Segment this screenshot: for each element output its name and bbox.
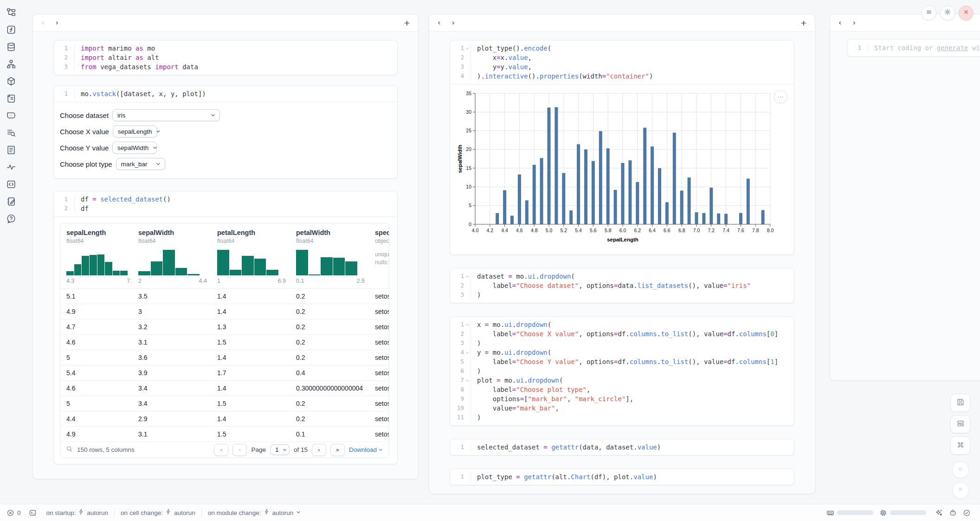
last-page-button[interactable]: » <box>330 444 345 456</box>
table-row[interactable]: 4.93.11.50.1setosa <box>60 426 389 442</box>
next-page-button[interactable]: › <box>312 444 326 456</box>
connection-status-icon[interactable] <box>963 509 971 517</box>
chat-bot-icon <box>6 111 16 123</box>
settings-button[interactable] <box>940 6 955 20</box>
rail-button-function[interactable] <box>6 26 16 36</box>
save-button[interactable] <box>950 394 970 412</box>
dropdown-select-choose-y-value[interactable]: sepalWidth <box>112 142 157 154</box>
column-next-button[interactable]: › <box>852 19 855 26</box>
code-editor-placeholder[interactable]: Start coding or generate with <box>868 43 980 53</box>
runtime-config-1[interactable]: on cell change:autorun <box>121 508 195 517</box>
code-editor[interactable]: 1df = selected_dataset()2df <box>54 191 397 216</box>
column-header-petalLength[interactable]: petalLengthfloat6416.9 <box>211 229 290 288</box>
code-line: 3) <box>450 339 794 348</box>
add-cell-button[interactable]: + <box>801 18 806 28</box>
rail-button-database[interactable] <box>6 43 16 53</box>
chevron-down-icon <box>378 447 383 452</box>
column-header-species[interactable]: speciesobjectuniquenulls: <box>369 229 389 288</box>
column-next-button[interactable]: › <box>55 19 58 26</box>
code-cell-imports[interactable]: 1import marimo as mo2import altair as al… <box>53 40 398 75</box>
table-row[interactable]: 4.63.11.50.2setosa <box>60 334 389 350</box>
runtime-config-2[interactable]: on module change:autorun <box>208 508 302 517</box>
table-cell: setosa <box>369 430 389 438</box>
terminal-icon[interactable] <box>29 509 37 517</box>
fold-gutter <box>464 283 471 288</box>
rail-button-help[interactable] <box>6 215 16 225</box>
table-row[interactable]: 4.931.40.2setosa <box>60 304 389 319</box>
generate-with-ai-link[interactable]: generate <box>937 44 968 52</box>
code-cell-dataframe[interactable]: 1df = selected_dataset()2dfsepalLengthfl… <box>53 191 398 464</box>
svg-text:5.8: 5.8 <box>605 228 612 233</box>
table-row[interactable]: 4.42.91.40.2setosa <box>60 411 389 426</box>
chart-actions-button[interactable]: ⋯ <box>774 90 787 104</box>
page-select[interactable]: 1 <box>270 444 290 455</box>
rail-button-dependency-graph[interactable] <box>6 60 16 70</box>
code-cell-plot[interactable]: 1plot_type().encode(2 x=x.value,3 y=y.va… <box>450 40 794 255</box>
column-header-petalWidth[interactable]: petalWidthfloat640.12.5 <box>290 229 369 288</box>
code-editor[interactable]: 1dataset = mo.ui.dropdown(2 label="Choos… <box>450 268 794 303</box>
fold-chevron-icon[interactable] <box>464 274 471 279</box>
fold-chevron-icon[interactable] <box>464 378 471 383</box>
prev-page-button[interactable]: ‹ <box>232 444 247 456</box>
fold-chevron-icon[interactable] <box>464 46 471 51</box>
download-button[interactable]: Download <box>349 446 383 453</box>
table-row[interactable]: 53.61.40.2setosa <box>60 350 389 365</box>
code-cell-xyplot-dropdowns[interactable]: 1x = mo.ui.dropdown(2 label="Choose X va… <box>450 316 794 426</box>
table-row[interactable]: 4.63.41.40.30000000000000004setosa <box>60 380 389 396</box>
code-editor[interactable]: 1selected_dataset = getattr(data, datase… <box>450 439 794 455</box>
rail-button-file-tree[interactable] <box>6 8 16 19</box>
play-button[interactable] <box>952 482 969 499</box>
layout-button[interactable] <box>950 415 970 433</box>
ai-sparkles-icon[interactable] <box>935 509 943 517</box>
code-cell-selected-dataset[interactable]: 1selected_dataset = getattr(data, datase… <box>450 439 794 456</box>
page-label: Page <box>251 446 266 453</box>
column-header-sepalLength[interactable]: sepalLengthfloat644.37.9 <box>60 229 132 288</box>
rail-button-code-snippet[interactable] <box>6 180 16 190</box>
dropdown-select-choose-plot-type[interactable]: mark_bar <box>116 158 165 170</box>
menu-button[interactable] <box>922 6 936 20</box>
code-cell-vstack[interactable]: 1mo.vstack([dataset, x, y, plot])Choose … <box>53 85 398 179</box>
command-button[interactable] <box>950 436 970 455</box>
code-cell-dataset-dropdown[interactable]: 1dataset = mo.ui.dropdown(2 label="Choos… <box>450 268 794 303</box>
row-count-summary: 150 rows, 5 columns <box>77 446 135 453</box>
fold-chevron-icon[interactable] <box>464 350 471 355</box>
ai-assistant-icon[interactable] <box>949 509 957 517</box>
rail-button-document[interactable] <box>6 146 16 156</box>
histogram-range: 0.12.5 <box>296 278 365 284</box>
column-prev-button[interactable]: ‹ <box>41 19 44 26</box>
code-editor[interactable]: 1mo.vstack([dataset, x, y, plot]) <box>54 86 397 102</box>
close-button[interactable] <box>959 6 974 20</box>
column-header-sepalWidth[interactable]: sepalWidthfloat6424.4 <box>132 229 211 288</box>
rail-button-chat-bot[interactable] <box>6 111 16 122</box>
runtime-config-0[interactable]: on startup:autorun <box>46 508 109 517</box>
bar-chart[interactable]: 4.04.24.44.64.85.05.25.45.65.86.06.26.46… <box>457 90 781 247</box>
dropdown-select-choose-dataset[interactable]: iris <box>112 109 220 121</box>
code-editor[interactable]: 1plot_type().encode(2 x=x.value,3 y=y.va… <box>450 40 794 84</box>
code-editor[interactable]: 1plot_type = getattr(alt.Chart(df), plot… <box>450 469 794 485</box>
add-cell-button[interactable]: + <box>404 18 410 28</box>
chart-container: 4.04.24.44.64.85.05.25.45.65.86.06.26.46… <box>457 90 794 249</box>
rail-button-notebook-edit[interactable] <box>6 197 16 208</box>
table-row[interactable]: 5.13.51.40.2setosa <box>60 288 389 304</box>
column-next-button[interactable]: › <box>451 19 454 26</box>
search-icon[interactable] <box>66 445 73 454</box>
errors-indicator-icon[interactable] <box>6 509 14 517</box>
rail-button-search-list[interactable] <box>6 129 16 139</box>
dropdown-select-choose-x-value[interactable]: sepalLength <box>113 125 157 137</box>
rail-button-activity[interactable] <box>6 163 16 173</box>
column-prev-button[interactable]: ‹ <box>838 19 841 26</box>
empty-code-cell[interactable]: 1 Start coding or generate with <box>847 39 980 57</box>
table-row[interactable]: 53.41.50.2setosa <box>60 396 389 411</box>
fold-chevron-icon[interactable] <box>464 322 471 327</box>
code-editor[interactable]: 1import marimo as mo2import altair as al… <box>54 40 397 75</box>
first-page-button[interactable]: « <box>214 444 228 456</box>
chevron-down-icon <box>155 129 161 134</box>
code-cell-plot-type[interactable]: 1plot_type = getattr(alt.Chart(df), plot… <box>450 469 794 485</box>
table-row[interactable]: 5.43.91.70.4setosa <box>60 365 389 380</box>
column-prev-button[interactable]: ‹ <box>438 19 440 26</box>
code-editor[interactable]: 1x = mo.ui.dropdown(2 label="Choose X va… <box>450 317 794 425</box>
rail-button-package[interactable] <box>6 77 16 87</box>
rail-button-scroll[interactable] <box>6 94 16 104</box>
table-row[interactable]: 4.73.21.30.2setosa <box>60 319 389 334</box>
stop-button[interactable] <box>952 462 969 478</box>
